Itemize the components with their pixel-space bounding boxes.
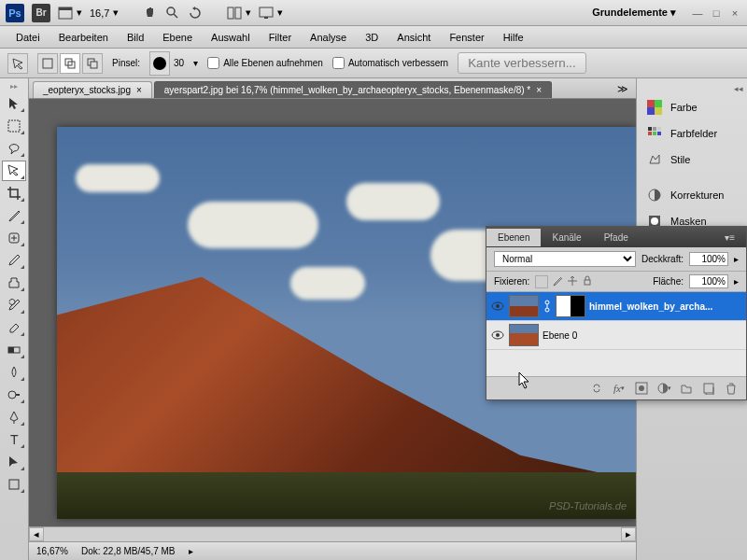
menu-3d[interactable]: 3D bbox=[357, 29, 387, 46]
styles-panel-button[interactable]: Stile bbox=[641, 147, 743, 172]
pen-tool[interactable] bbox=[2, 407, 26, 427]
horizontal-scrollbar[interactable]: ◂ ▸ bbox=[29, 526, 636, 541]
eyedropper-tool[interactable] bbox=[2, 205, 26, 226]
panel-menu-icon[interactable]: ▾≡ bbox=[713, 229, 746, 246]
eraser-tool[interactable] bbox=[2, 317, 26, 338]
color-panel-button[interactable]: Farbe bbox=[641, 95, 743, 119]
adjustments-panel-button[interactable]: Korrekturen bbox=[641, 183, 743, 207]
menu-filter[interactable]: Filter bbox=[261, 29, 300, 46]
zoom-level-dropdown[interactable]: 16,7 ▾ bbox=[90, 7, 119, 19]
bridge-logo-icon[interactable]: Br bbox=[32, 4, 50, 22]
crop-tool[interactable] bbox=[2, 183, 26, 203]
lock-all-icon[interactable] bbox=[582, 275, 593, 287]
arrange-documents-dropdown[interactable]: ▾ bbox=[227, 7, 251, 20]
visibility-eye-icon[interactable] bbox=[490, 328, 505, 343]
menu-help[interactable]: Hilfe bbox=[495, 29, 532, 46]
opacity-input[interactable] bbox=[689, 252, 728, 266]
layer-style-icon[interactable]: fx▾ bbox=[612, 381, 627, 396]
layer-name[interactable]: Ebene 0 bbox=[543, 330, 742, 341]
add-selection-mode[interactable] bbox=[60, 53, 80, 74]
visibility-eye-icon[interactable] bbox=[490, 299, 505, 314]
view-layout-dropdown[interactable]: ▾ bbox=[58, 7, 82, 20]
lock-position-icon[interactable] bbox=[567, 275, 578, 287]
close-tab-icon[interactable]: × bbox=[136, 85, 142, 95]
menu-analysis[interactable]: Analyse bbox=[302, 29, 355, 46]
new-selection-mode[interactable] bbox=[37, 53, 58, 74]
path-selection-tool[interactable] bbox=[2, 452, 26, 472]
quick-selection-tool[interactable] bbox=[2, 161, 26, 181]
minimize-button[interactable]: — bbox=[691, 7, 704, 20]
dodge-tool[interactable] bbox=[2, 385, 26, 405]
brush-dropdown-icon[interactable]: ▾ bbox=[193, 58, 198, 68]
lasso-tool[interactable] bbox=[2, 138, 26, 159]
layers-tab[interactable]: Ebenen bbox=[486, 229, 541, 246]
photoshop-logo-icon[interactable]: Ps bbox=[6, 4, 24, 22]
scroll-left-icon[interactable]: ◂ bbox=[29, 527, 44, 541]
maximize-button[interactable]: □ bbox=[710, 7, 723, 20]
delete-layer-icon[interactable] bbox=[724, 381, 739, 396]
brush-tool[interactable] bbox=[2, 250, 26, 271]
link-mask-icon[interactable] bbox=[543, 297, 552, 315]
document-tab-1[interactable]: _eopteryx_stocks.jpg × bbox=[33, 81, 152, 98]
new-group-icon[interactable] bbox=[679, 381, 694, 396]
zoom-tool-icon[interactable] bbox=[165, 6, 180, 21]
marquee-tool[interactable] bbox=[2, 116, 26, 136]
menu-window[interactable]: Fenster bbox=[441, 29, 492, 46]
menu-layer[interactable]: Ebene bbox=[154, 29, 201, 46]
subtract-selection-mode[interactable] bbox=[82, 53, 103, 74]
channels-tab[interactable]: Kanäle bbox=[541, 229, 592, 246]
close-tab-icon[interactable]: × bbox=[536, 85, 542, 95]
lock-transparency-icon[interactable] bbox=[535, 275, 548, 288]
current-tool-icon[interactable] bbox=[7, 53, 28, 74]
workspace-dropdown[interactable]: Grundelemente ▾ bbox=[585, 5, 684, 21]
shape-tool[interactable] bbox=[2, 474, 26, 495]
status-dropdown-icon[interactable]: ▸ bbox=[189, 546, 193, 556]
move-tool[interactable] bbox=[2, 93, 26, 114]
fill-input[interactable] bbox=[689, 274, 728, 288]
new-layer-icon[interactable] bbox=[701, 381, 716, 396]
link-layers-icon[interactable] bbox=[589, 381, 604, 396]
menu-bar: Datei Bearbeiten Bild Ebene Auswahl Filt… bbox=[0, 26, 747, 49]
close-button[interactable]: × bbox=[728, 7, 741, 20]
swatches-panel-button[interactable]: Farbfelder bbox=[641, 121, 743, 146]
arrange-icon bbox=[227, 7, 242, 20]
screen-mode-dropdown[interactable]: ▾ bbox=[259, 7, 283, 20]
document-tab-2[interactable]: ayerspart2.jpg bei 16,7% (himmel_wolken_… bbox=[154, 81, 552, 98]
menu-file[interactable]: Datei bbox=[7, 29, 49, 46]
gradient-tool[interactable] bbox=[2, 340, 26, 360]
layer-name[interactable]: himmel_wolken_by_archa... bbox=[589, 301, 742, 312]
brush-preset-picker[interactable] bbox=[149, 51, 170, 76]
layer-row[interactable]: himmel_wolken_by_archa... bbox=[486, 292, 746, 321]
auto-enhance-checkbox[interactable]: Automatisch verbessern bbox=[332, 57, 448, 69]
layers-panel[interactable]: Ebenen Kanäle Pfade ▾≡ Normal Deckkraft:… bbox=[486, 226, 747, 400]
healing-brush-tool[interactable] bbox=[2, 228, 26, 248]
lock-pixels-icon[interactable] bbox=[552, 275, 563, 287]
sample-all-layers-checkbox[interactable]: Alle Ebenen aufnehmen bbox=[207, 57, 323, 69]
tab-overflow-icon[interactable]: ≫ bbox=[610, 80, 636, 98]
type-tool[interactable]: T bbox=[2, 429, 26, 450]
paths-tab[interactable]: Pfade bbox=[593, 229, 640, 246]
menu-view[interactable]: Ansicht bbox=[388, 29, 439, 46]
layer-row[interactable]: Ebene 0 bbox=[486, 321, 746, 350]
doc-size-status[interactable]: Dok: 22,8 MB/45,7 MB bbox=[81, 546, 176, 556]
hand-tool-icon[interactable] bbox=[143, 6, 158, 21]
scroll-right-icon[interactable]: ▸ bbox=[621, 527, 636, 541]
adjustment-layer-icon[interactable]: ▾ bbox=[656, 381, 671, 396]
blur-tool[interactable] bbox=[2, 362, 26, 383]
add-mask-icon[interactable] bbox=[634, 381, 649, 396]
menu-image[interactable]: Bild bbox=[119, 29, 152, 46]
menu-select[interactable]: Auswahl bbox=[203, 29, 259, 46]
history-brush-tool[interactable] bbox=[2, 295, 26, 315]
menu-edit[interactable]: Bearbeiten bbox=[50, 29, 117, 46]
layer-thumbnail[interactable] bbox=[509, 324, 539, 346]
clone-stamp-tool[interactable] bbox=[2, 273, 26, 293]
rotate-view-icon[interactable] bbox=[188, 6, 203, 21]
layer-mask-thumbnail[interactable] bbox=[556, 295, 585, 317]
blend-mode-select[interactable]: Normal bbox=[494, 251, 636, 267]
fill-dropdown-icon[interactable]: ▸ bbox=[734, 276, 739, 287]
panel-collapse-icon[interactable]: ◂◂ bbox=[734, 84, 743, 93]
layer-thumbnail[interactable] bbox=[509, 295, 539, 317]
zoom-status[interactable]: 16,67% bbox=[36, 546, 68, 556]
opacity-dropdown-icon[interactable]: ▸ bbox=[734, 254, 739, 264]
refine-edge-button[interactable]: Kante verbessern... bbox=[458, 52, 586, 74]
